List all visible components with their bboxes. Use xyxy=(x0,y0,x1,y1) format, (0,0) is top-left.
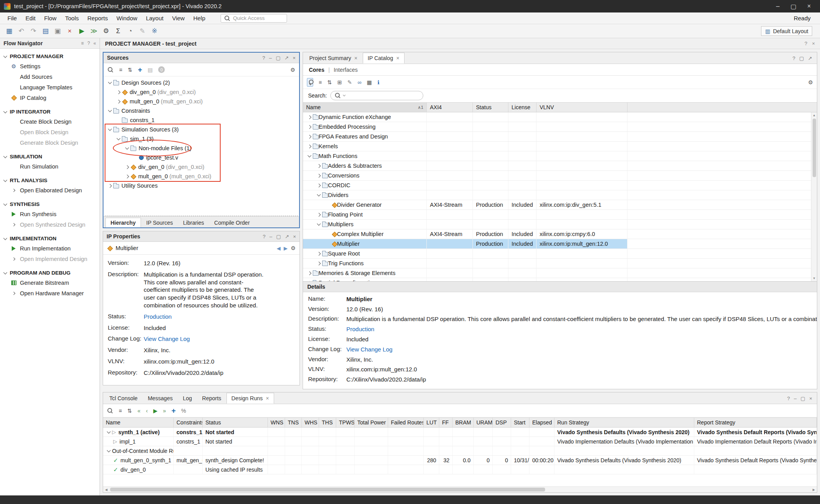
catalog-row[interactable]: Dividers xyxy=(303,190,817,200)
settings-gear-icon[interactable]: ⚙ xyxy=(290,67,295,73)
source-tree-item[interactable]: Constraints xyxy=(103,106,299,115)
percent-icon[interactable]: % xyxy=(181,408,186,413)
tab-log[interactable]: Log xyxy=(178,393,197,404)
expander[interactable] xyxy=(115,91,122,94)
nav-item-add-sources[interactable]: Add Sources xyxy=(0,71,100,82)
back-icon[interactable]: ◀ xyxy=(276,246,280,251)
nav-section-header[interactable]: IMPLEMENTATION xyxy=(0,234,100,243)
runs-column-tpws[interactable]: TPWS xyxy=(336,418,355,427)
search-icon[interactable] xyxy=(307,78,313,87)
scroll-track[interactable] xyxy=(109,487,811,492)
menu-flow[interactable]: Flow xyxy=(40,13,61,23)
runs-column-name[interactable]: Name xyxy=(103,418,174,427)
wand-icon[interactable]: ※ xyxy=(149,26,160,36)
step-icon[interactable]: ≫ xyxy=(89,26,99,36)
undo-icon[interactable]: ↶ xyxy=(16,26,27,36)
menu-view[interactable]: View xyxy=(168,13,189,23)
source-tree-item[interactable]: div_gen_0 (div_gen_0.xci) xyxy=(103,162,299,172)
link-icon[interactable]: ∞ xyxy=(357,80,361,85)
cancel-icon[interactable]: × xyxy=(64,26,75,36)
nav-item-generate-block-design[interactable]: Generate Block Design xyxy=(0,137,100,148)
expander[interactable] xyxy=(105,431,112,433)
nav-item-open-synthesized-design[interactable]: Open Synthesized Design xyxy=(0,219,100,230)
runs-column-run-strategy[interactable]: Run Strategy xyxy=(554,418,694,427)
horizontal-scrollbar[interactable]: ◀ ▶ xyxy=(103,486,817,492)
catalog-row[interactable]: Trig Functions xyxy=(303,259,817,268)
minimize-icon[interactable]: – xyxy=(269,234,272,239)
expander[interactable] xyxy=(316,174,322,177)
expander[interactable] xyxy=(306,135,313,138)
help-icon[interactable]: ? xyxy=(87,41,90,46)
catalog-row[interactable]: FPGA Features and Design xyxy=(303,132,817,142)
go-first-icon[interactable]: « xyxy=(137,408,141,413)
tab-ip-sources[interactable]: IP Sources xyxy=(142,218,178,227)
source-tree-item[interactable]: constrs_1 xyxy=(103,115,299,125)
run-row[interactable]: ✓div_gen_0Using cached IP results xyxy=(103,465,817,474)
step-forward-icon[interactable]: » xyxy=(163,408,166,413)
column-header-license[interactable]: License xyxy=(508,103,537,112)
nav-section-header[interactable]: PROGRAM AND DEBUG xyxy=(0,268,100,277)
catalog-row[interactable]: Square Root xyxy=(303,249,817,259)
minimize-icon[interactable]: – xyxy=(269,55,272,60)
settings-gear-icon[interactable]: ⚙ xyxy=(291,245,296,251)
clock-icon[interactable]: ◔ xyxy=(125,26,135,36)
runs-column-report-strategy[interactable]: Report Strategy xyxy=(694,418,817,427)
catalog-row[interactable]: Dynamic Function eXchange xyxy=(303,112,817,122)
search-icon[interactable] xyxy=(107,67,114,73)
nav-section-header[interactable]: PROJECT MANAGER xyxy=(0,52,100,61)
expander[interactable] xyxy=(316,252,322,255)
scroll-thumb[interactable] xyxy=(110,488,545,492)
help-icon[interactable]: ? xyxy=(793,56,795,61)
source-tree-item[interactable]: Utility Sources xyxy=(103,181,299,190)
runs-column-start[interactable]: Start xyxy=(511,418,529,427)
default-hierarchy-icon[interactable]: ⊞ xyxy=(337,80,342,85)
copy-icon[interactable]: ▣ xyxy=(52,26,63,36)
run-row[interactable]: ✓mult_gen_0_synth_1mult_gen_0synth_desig… xyxy=(103,456,817,465)
source-tree-item[interactable]: ipcore_test.v xyxy=(103,153,299,162)
nav-item-create-block-design[interactable]: Create Block Design xyxy=(0,116,100,127)
source-tree-item[interactable]: Non-module Files (1) xyxy=(103,144,299,153)
expander[interactable] xyxy=(306,145,313,148)
nav-item-run-implementation[interactable]: Run Implementation xyxy=(0,243,100,254)
tab-hierarchy[interactable]: Hierarchy xyxy=(105,218,141,227)
expand-all-icon[interactable]: ⇅ xyxy=(127,408,132,413)
nav-item-generate-bitstream[interactable]: Generate Bitstream xyxy=(0,277,100,288)
create-runs-icon[interactable]: + xyxy=(171,407,176,414)
source-tree-item[interactable]: Design Sources (2) xyxy=(103,78,299,87)
subtab-cores[interactable]: Cores xyxy=(309,67,324,73)
runs-column-dsp[interactable]: DSP xyxy=(493,418,511,427)
nav-item-run-simulation[interactable]: Run Simulation xyxy=(0,161,100,172)
property-value[interactable]: View Change Log xyxy=(346,346,392,353)
catalog-row[interactable]: Multipliers xyxy=(303,220,817,229)
close-icon[interactable]: × xyxy=(396,55,399,61)
catalog-row[interactable]: Adders & Subtracters xyxy=(303,161,817,171)
search-icon[interactable] xyxy=(107,408,113,414)
nav-item-run-synthesis[interactable]: Run Synthesis xyxy=(0,209,100,219)
add-sources-icon[interactable]: + xyxy=(138,66,142,73)
help-icon[interactable]: ? xyxy=(804,41,807,46)
menu-help[interactable]: Help xyxy=(189,13,210,23)
quick-access-search[interactable]: Quick Access xyxy=(221,14,287,23)
menu-file[interactable]: File xyxy=(3,13,21,23)
expand-all-icon[interactable]: ⇅ xyxy=(327,80,332,85)
save-icon[interactable]: ▤ xyxy=(40,26,51,36)
source-tree-item[interactable]: Simulation Sources (3) xyxy=(103,125,299,134)
expander[interactable] xyxy=(105,450,112,452)
column-header-status[interactable]: Status xyxy=(473,103,508,112)
tab-ip-catalog[interactable]: IP Catalog× xyxy=(363,53,405,64)
maximize-icon[interactable]: ▢ xyxy=(799,56,804,61)
expander[interactable] xyxy=(306,116,313,119)
help-icon[interactable]: ? xyxy=(263,234,266,239)
menu-tools[interactable]: Tools xyxy=(61,13,83,23)
nav-section-header[interactable]: SIMULATION xyxy=(0,152,100,161)
run-icon[interactable]: ▶ xyxy=(153,408,157,413)
catalog-row[interactable]: Memories & Storage Elements xyxy=(303,268,817,278)
runs-column-ff[interactable]: FF xyxy=(439,418,453,427)
help-icon[interactable]: ? xyxy=(787,396,790,401)
menu-layout[interactable]: Layout xyxy=(142,13,168,23)
minimize-button[interactable]: – xyxy=(771,1,785,11)
step-back-icon[interactable]: ‹ xyxy=(146,408,148,413)
source-tree-item[interactable]: div_gen_0 (div_gen_0.xci) xyxy=(103,87,299,97)
runs-column-failed-routes[interactable]: Failed Routes xyxy=(388,418,424,427)
menu-window[interactable]: Window xyxy=(112,13,141,23)
